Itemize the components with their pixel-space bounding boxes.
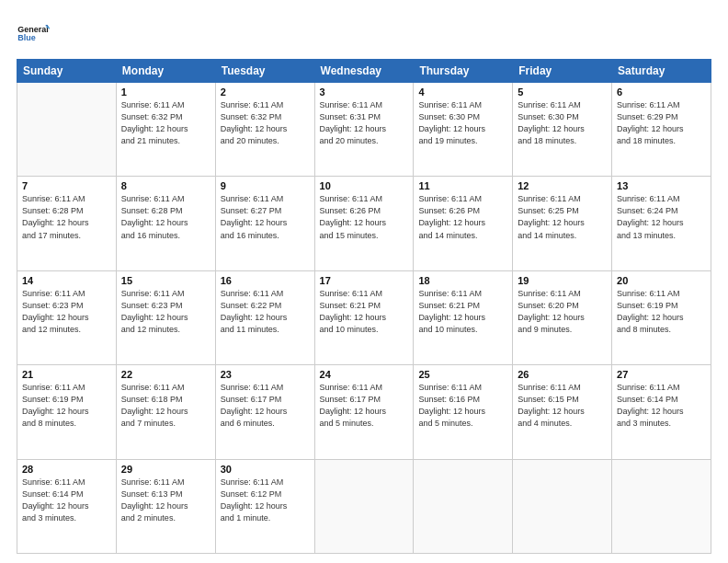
day-info: Sunrise: 6:11 AM Sunset: 6:14 PM Dayligh…: [617, 382, 706, 430]
day-number: 19: [518, 275, 607, 286]
page: General Blue SundayMondayTuesdayWednesda…: [0, 0, 728, 563]
day-header-friday: Friday: [513, 60, 612, 83]
day-info: Sunrise: 6:11 AM Sunset: 6:14 PM Dayligh…: [22, 477, 111, 524]
day-number: 12: [518, 180, 607, 191]
day-info: Sunrise: 6:11 AM Sunset: 6:24 PM Dayligh…: [617, 193, 706, 241]
calendar-cell: [314, 459, 414, 553]
day-info: Sunrise: 6:11 AM Sunset: 6:21 PM Dayligh…: [418, 288, 507, 336]
calendar-cell: 9Sunrise: 6:11 AM Sunset: 6:27 PM Daylig…: [215, 177, 314, 270]
calendar-cell: 13Sunrise: 6:11 AM Sunset: 6:24 PM Dayli…: [612, 177, 711, 270]
day-info: Sunrise: 6:11 AM Sunset: 6:21 PM Dayligh…: [320, 288, 409, 336]
svg-text:Blue: Blue: [17, 33, 36, 42]
calendar-cell: 15Sunrise: 6:11 AM Sunset: 6:23 PM Dayli…: [116, 270, 215, 364]
calendar-cell: 27Sunrise: 6:11 AM Sunset: 6:14 PM Dayli…: [612, 365, 711, 459]
calendar-cell: [612, 459, 711, 553]
calendar-cell: [513, 459, 612, 553]
day-info: Sunrise: 6:11 AM Sunset: 6:12 PM Dayligh…: [221, 477, 310, 524]
day-number: 14: [22, 275, 111, 286]
day-number: 18: [418, 275, 507, 286]
week-row-5: 28Sunrise: 6:11 AM Sunset: 6:14 PM Dayli…: [17, 459, 711, 553]
day-info: Sunrise: 6:11 AM Sunset: 6:26 PM Dayligh…: [320, 193, 409, 241]
day-info: Sunrise: 6:11 AM Sunset: 6:28 PM Dayligh…: [121, 193, 210, 241]
day-header-wednesday: Wednesday: [314, 60, 414, 83]
day-number: 30: [221, 464, 310, 475]
day-number: 10: [320, 180, 409, 191]
calendar-cell: 16Sunrise: 6:11 AM Sunset: 6:22 PM Dayli…: [215, 270, 314, 364]
calendar-cell: 24Sunrise: 6:11 AM Sunset: 6:17 PM Dayli…: [314, 365, 414, 459]
day-number: 5: [518, 86, 607, 98]
calendar-cell: 6Sunrise: 6:11 AM Sunset: 6:29 PM Daylig…: [612, 83, 711, 177]
day-number: 28: [22, 464, 111, 475]
day-number: 9: [221, 180, 310, 191]
header: General Blue: [17, 17, 711, 50]
day-info: Sunrise: 6:11 AM Sunset: 6:30 PM Dayligh…: [518, 99, 607, 147]
day-info: Sunrise: 6:11 AM Sunset: 6:23 PM Dayligh…: [121, 288, 210, 336]
day-number: 25: [418, 369, 507, 380]
day-info: Sunrise: 6:11 AM Sunset: 6:13 PM Dayligh…: [121, 477, 210, 524]
calendar-cell: 28Sunrise: 6:11 AM Sunset: 6:14 PM Dayli…: [17, 459, 117, 553]
calendar-cell: 5Sunrise: 6:11 AM Sunset: 6:30 PM Daylig…: [513, 83, 612, 177]
calendar-cell: [17, 83, 117, 177]
day-number: 27: [617, 369, 706, 380]
calendar-cell: 18Sunrise: 6:11 AM Sunset: 6:21 PM Dayli…: [414, 270, 513, 364]
calendar-cell: 25Sunrise: 6:11 AM Sunset: 6:16 PM Dayli…: [414, 365, 513, 459]
day-info: Sunrise: 6:11 AM Sunset: 6:32 PM Dayligh…: [221, 99, 310, 147]
week-row-3: 14Sunrise: 6:11 AM Sunset: 6:23 PM Dayli…: [17, 270, 711, 364]
calendar-cell: 20Sunrise: 6:11 AM Sunset: 6:19 PM Dayli…: [612, 270, 711, 364]
calendar-cell: 30Sunrise: 6:11 AM Sunset: 6:12 PM Dayli…: [215, 459, 314, 553]
calendar-cell: [414, 459, 513, 553]
calendar-cell: 3Sunrise: 6:11 AM Sunset: 6:31 PM Daylig…: [314, 83, 414, 177]
day-header-monday: Monday: [116, 60, 215, 83]
logo-svg: General Blue: [17, 17, 50, 50]
calendar-cell: 22Sunrise: 6:11 AM Sunset: 6:18 PM Dayli…: [116, 365, 215, 459]
calendar-cell: 29Sunrise: 6:11 AM Sunset: 6:13 PM Dayli…: [116, 459, 215, 553]
calendar-cell: 7Sunrise: 6:11 AM Sunset: 6:28 PM Daylig…: [17, 177, 117, 270]
calendar-cell: 11Sunrise: 6:11 AM Sunset: 6:26 PM Dayli…: [414, 177, 513, 270]
calendar-header-row: SundayMondayTuesdayWednesdayThursdayFrid…: [17, 60, 711, 83]
day-info: Sunrise: 6:11 AM Sunset: 6:26 PM Dayligh…: [418, 193, 507, 241]
calendar-cell: 26Sunrise: 6:11 AM Sunset: 6:15 PM Dayli…: [513, 365, 612, 459]
day-info: Sunrise: 6:11 AM Sunset: 6:17 PM Dayligh…: [221, 382, 310, 430]
day-header-sunday: Sunday: [17, 60, 117, 83]
calendar-cell: 4Sunrise: 6:11 AM Sunset: 6:30 PM Daylig…: [414, 83, 513, 177]
day-number: 16: [221, 275, 310, 286]
day-info: Sunrise: 6:11 AM Sunset: 6:15 PM Dayligh…: [518, 382, 607, 430]
week-row-1: 1Sunrise: 6:11 AM Sunset: 6:32 PM Daylig…: [17, 83, 711, 177]
day-header-saturday: Saturday: [612, 60, 711, 83]
day-info: Sunrise: 6:11 AM Sunset: 6:30 PM Dayligh…: [418, 99, 507, 147]
day-number: 4: [418, 86, 507, 98]
day-info: Sunrise: 6:11 AM Sunset: 6:32 PM Dayligh…: [121, 99, 210, 147]
day-number: 17: [320, 275, 409, 286]
day-info: Sunrise: 6:11 AM Sunset: 6:16 PM Dayligh…: [418, 382, 507, 430]
calendar-cell: 23Sunrise: 6:11 AM Sunset: 6:17 PM Dayli…: [215, 365, 314, 459]
calendar-cell: 14Sunrise: 6:11 AM Sunset: 6:23 PM Dayli…: [17, 270, 117, 364]
day-number: 8: [121, 180, 210, 191]
day-info: Sunrise: 6:11 AM Sunset: 6:29 PM Dayligh…: [617, 99, 706, 147]
day-header-thursday: Thursday: [414, 60, 513, 83]
calendar-cell: 19Sunrise: 6:11 AM Sunset: 6:20 PM Dayli…: [513, 270, 612, 364]
day-number: 2: [221, 86, 310, 98]
calendar-cell: 12Sunrise: 6:11 AM Sunset: 6:25 PM Dayli…: [513, 177, 612, 270]
day-number: 29: [121, 464, 210, 475]
day-info: Sunrise: 6:11 AM Sunset: 6:19 PM Dayligh…: [617, 288, 706, 336]
calendar-cell: 8Sunrise: 6:11 AM Sunset: 6:28 PM Daylig…: [116, 177, 215, 270]
day-number: 21: [22, 369, 111, 380]
calendar-cell: 10Sunrise: 6:11 AM Sunset: 6:26 PM Dayli…: [314, 177, 414, 270]
calendar-cell: 2Sunrise: 6:11 AM Sunset: 6:32 PM Daylig…: [215, 83, 314, 177]
day-info: Sunrise: 6:11 AM Sunset: 6:28 PM Dayligh…: [22, 193, 111, 241]
day-number: 13: [617, 180, 706, 191]
calendar: SundayMondayTuesdayWednesdayThursdayFrid…: [17, 59, 711, 554]
day-info: Sunrise: 6:11 AM Sunset: 6:31 PM Dayligh…: [320, 99, 409, 147]
day-info: Sunrise: 6:11 AM Sunset: 6:20 PM Dayligh…: [518, 288, 607, 336]
day-info: Sunrise: 6:11 AM Sunset: 6:22 PM Dayligh…: [221, 288, 310, 336]
day-info: Sunrise: 6:11 AM Sunset: 6:19 PM Dayligh…: [22, 382, 111, 430]
day-info: Sunrise: 6:11 AM Sunset: 6:17 PM Dayligh…: [320, 382, 409, 430]
day-number: 3: [320, 86, 409, 98]
calendar-cell: 21Sunrise: 6:11 AM Sunset: 6:19 PM Dayli…: [17, 365, 117, 459]
calendar-cell: 1Sunrise: 6:11 AM Sunset: 6:32 PM Daylig…: [116, 83, 215, 177]
day-info: Sunrise: 6:11 AM Sunset: 6:27 PM Dayligh…: [221, 193, 310, 241]
week-row-4: 21Sunrise: 6:11 AM Sunset: 6:19 PM Dayli…: [17, 365, 711, 459]
day-info: Sunrise: 6:11 AM Sunset: 6:25 PM Dayligh…: [518, 193, 607, 241]
day-number: 15: [121, 275, 210, 286]
day-number: 24: [320, 369, 409, 380]
